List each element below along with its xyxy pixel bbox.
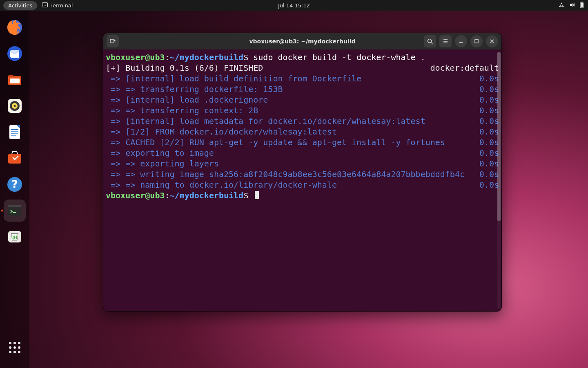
svg-rect-18 bbox=[11, 133, 18, 134]
build-output-line: => [internal] load build definition from… bbox=[106, 73, 499, 84]
terminal-body[interactable]: vboxuser@ub3:~/mydockerbuild$ sudo docke… bbox=[103, 49, 501, 311]
search-button[interactable] bbox=[424, 35, 436, 47]
gnome-topbar: Activities Terminal Jul 14 15:12 bbox=[0, 0, 588, 11]
network-icon[interactable] bbox=[559, 2, 564, 9]
dock-thunderbird[interactable] bbox=[4, 43, 26, 65]
svg-rect-10 bbox=[10, 79, 20, 83]
appmenu-button[interactable]: Terminal bbox=[42, 2, 73, 9]
clock[interactable]: Jul 14 15:12 bbox=[278, 2, 310, 9]
terminal-icon bbox=[42, 2, 48, 9]
build-output-line: => => transferring context: 2B0.0s bbox=[106, 105, 499, 116]
volume-icon[interactable] bbox=[569, 2, 575, 9]
build-output-line: => => writing image sha256:a8f2048c9ab8e… bbox=[106, 169, 499, 180]
svg-rect-5 bbox=[581, 2, 583, 2]
terminal-window: vboxuser@ub3: ~/mydockerbuild vboxuser@u… bbox=[103, 33, 502, 312]
build-output-line: => => naming to docker.io/library/docker… bbox=[106, 180, 499, 190]
svg-point-34 bbox=[9, 351, 11, 353]
dock-trash[interactable] bbox=[4, 226, 26, 248]
dock-help[interactable]: ? bbox=[4, 173, 26, 195]
build-output-line: => [internal] load .dockerignore0.0s bbox=[106, 94, 499, 105]
activities-button[interactable]: Activities bbox=[3, 1, 37, 10]
svg-point-32 bbox=[13, 346, 16, 349]
command-line: vboxuser@ub3:~/mydockerbuild$ sudo docke… bbox=[106, 52, 499, 63]
scrollbar-thumb[interactable] bbox=[497, 52, 501, 221]
appmenu-label: Terminal bbox=[50, 2, 73, 9]
prompt-line: vboxuser@ub3:~/mydockerbuild$ bbox=[106, 190, 499, 201]
dock-firefox[interactable] bbox=[4, 16, 26, 38]
battery-icon[interactable] bbox=[580, 2, 584, 9]
svg-point-33 bbox=[18, 346, 20, 349]
build-output-line: => [1/2] FROM docker.io/docker/whalesay:… bbox=[106, 126, 499, 137]
svg-rect-16 bbox=[11, 129, 18, 130]
dock-files[interactable] bbox=[4, 69, 26, 91]
hamburger-menu-button[interactable] bbox=[439, 35, 452, 47]
minimize-button[interactable] bbox=[455, 35, 467, 47]
build-output-line: => [internal] load metadata for docker.i… bbox=[106, 116, 499, 126]
dock-terminal[interactable] bbox=[4, 200, 26, 222]
svg-point-35 bbox=[13, 351, 16, 353]
svg-point-30 bbox=[18, 342, 20, 344]
close-button[interactable] bbox=[486, 35, 498, 47]
cursor bbox=[255, 191, 259, 199]
build-header: [+] Building 0.1s (6/6) FINISHEDdocker:d… bbox=[106, 63, 499, 73]
svg-rect-39 bbox=[475, 40, 478, 43]
build-output-line: => exporting to image0.0s bbox=[106, 148, 499, 158]
build-output-line: => => transferring dockerfile: 153B0.0s bbox=[106, 84, 499, 94]
dock-show-applications[interactable] bbox=[4, 337, 26, 359]
svg-point-14 bbox=[14, 105, 16, 107]
new-tab-button[interactable] bbox=[107, 35, 119, 47]
dock-libreoffice-writer[interactable] bbox=[4, 121, 26, 143]
svg-rect-24 bbox=[8, 205, 21, 207]
build-output-line: => CACHED [2/2] RUN apt-get -y update &&… bbox=[106, 137, 499, 148]
svg-point-31 bbox=[9, 346, 11, 349]
svg-rect-6 bbox=[581, 3, 583, 7]
svg-point-38 bbox=[428, 39, 432, 43]
maximize-button[interactable] bbox=[470, 35, 483, 47]
svg-rect-0 bbox=[42, 3, 48, 7]
terminal-headerbar: vboxuser@ub3: ~/mydockerbuild bbox=[103, 33, 501, 49]
svg-rect-17 bbox=[11, 131, 18, 132]
terminal-scrollbar[interactable] bbox=[497, 52, 501, 309]
svg-point-29 bbox=[13, 342, 16, 344]
dock-ubuntu-software[interactable] bbox=[4, 147, 26, 169]
svg-rect-26 bbox=[11, 233, 18, 234]
svg-rect-19 bbox=[11, 135, 16, 136]
svg-point-36 bbox=[18, 351, 20, 353]
build-output-line: => => exporting layers0.0s bbox=[106, 158, 499, 169]
svg-text:?: ? bbox=[11, 178, 18, 191]
window-title: vboxuser@ub3: ~/mydockerbuild bbox=[249, 38, 355, 45]
dock: ? bbox=[0, 11, 29, 368]
svg-rect-37 bbox=[110, 39, 114, 43]
dock-rhythmbox[interactable] bbox=[4, 95, 26, 117]
svg-point-28 bbox=[9, 342, 11, 344]
